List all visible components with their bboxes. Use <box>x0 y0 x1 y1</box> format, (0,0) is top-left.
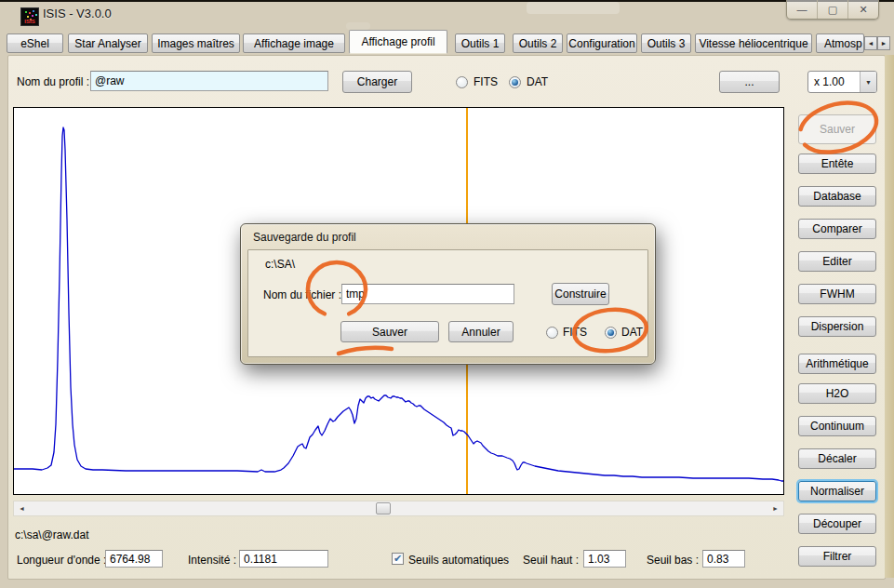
tab-scroll-right-button[interactable]: ► <box>877 36 890 50</box>
dat-radio[interactable] <box>509 76 521 88</box>
continuum-button[interactable]: Continuum <box>798 416 876 436</box>
restore-icon: ▢ <box>828 4 837 16</box>
tab-affichage-image[interactable]: Affichage image <box>243 33 345 53</box>
tab-affichage-profil[interactable]: Affichage profil <box>349 30 447 54</box>
dropdown-arrow-glyph: ▼ <box>865 79 872 86</box>
high-threshold-field[interactable] <box>583 550 626 568</box>
dialog-fits-label: FITS <box>563 326 587 339</box>
chevron-down-icon[interactable]: ▼ <box>860 72 876 92</box>
browse-button[interactable]: ... <box>719 71 780 93</box>
tab-eshel[interactable]: eShel <box>7 33 63 53</box>
dialog-dat-radio[interactable] <box>605 327 617 339</box>
fits-radio-label: FITS <box>474 75 498 88</box>
low-threshold-label: Seuil bas : <box>647 554 699 567</box>
dialog-folder-path: c:\SA\ <box>265 258 295 271</box>
restore-button[interactable]: ▢ <box>818 0 848 19</box>
close-button[interactable]: ✕ <box>848 0 878 19</box>
header-button[interactable]: Entête <box>798 154 876 174</box>
minimize-button[interactable]: — <box>787 0 818 19</box>
zoom-select[interactable]: x 1.00 ▼ <box>807 71 877 93</box>
auto-thresholds-checkbox[interactable]: ✔ <box>392 553 404 565</box>
intensity-label: Intensité : <box>188 554 236 567</box>
app-icon-label: ISIS <box>21 19 38 25</box>
dispersion-button[interactable]: Dispersion <box>798 316 876 337</box>
high-threshold-label: Seuil haut : <box>523 554 579 567</box>
window-controls: — ▢ ✕ <box>786 0 879 20</box>
dat-radio-label: DAT <box>527 75 548 88</box>
auto-thresholds-label: Seuils automatiques <box>408 554 509 567</box>
arrow-left-icon: ◄ <box>868 40 874 47</box>
dialog-build-button[interactable]: Construire <box>552 283 609 305</box>
window-right-frame <box>885 55 894 578</box>
tab-configuration[interactable]: Configuration <box>567 33 637 53</box>
tab-star-analyser[interactable]: Star Analyser <box>68 33 148 53</box>
dialog-title: Sauvegarde du profil <box>253 231 356 244</box>
save-button[interactable]: Sauver <box>798 114 876 144</box>
check-icon: ✔ <box>394 554 402 563</box>
load-button[interactable]: Charger <box>342 71 412 93</box>
save-profile-dialog: Sauvegarde du profil c:\SA\ Nom du fichi… <box>240 223 656 365</box>
arithmetic-button[interactable]: Arithmétique <box>798 354 876 374</box>
fits-radio[interactable] <box>456 76 468 88</box>
window-title: ISIS - V3.0.0 <box>43 7 112 20</box>
dialog-fits-radio[interactable] <box>546 327 558 339</box>
glass-glare <box>527 2 620 14</box>
h2o-button[interactable]: H2O <box>798 383 876 404</box>
profile-name-input[interactable] <box>90 71 328 91</box>
shift-button[interactable]: Décaler <box>798 448 876 469</box>
scrollbar-left-button[interactable]: ◄ <box>14 501 30 515</box>
dialog-cancel-button[interactable]: Annuler <box>448 321 514 342</box>
database-button[interactable]: Database <box>798 186 876 207</box>
app-icon: ISIS <box>20 7 39 26</box>
intensity-field[interactable] <box>239 550 328 568</box>
chart-horizontal-scrollbar[interactable]: ◄ ► <box>13 501 784 516</box>
zoom-select-value: x 1.00 <box>808 75 860 88</box>
low-threshold-field[interactable] <box>702 550 745 568</box>
scrollbar-right-button[interactable]: ► <box>767 501 783 515</box>
arrow-right-icon: ► <box>881 40 887 47</box>
dialog-filename-input[interactable] <box>341 284 514 304</box>
minimize-icon: — <box>797 4 807 15</box>
app-icon-stars <box>25 11 27 13</box>
filter-button[interactable]: Filtrer <box>798 546 876 567</box>
tab-vitesse-heliocentrique[interactable]: Vitesse héliocentrique <box>695 33 812 53</box>
scroll-right-icon: ► <box>772 505 779 512</box>
tab-outils-3[interactable]: Outils 3 <box>641 33 691 53</box>
titlebar[interactable]: ISIS ISIS - V3.0.0 <box>0 2 894 28</box>
normalize-button[interactable]: Normaliser <box>798 481 876 501</box>
edit-button[interactable]: Editer <box>798 251 876 272</box>
dialog-filename-label: Nom du fichier : <box>263 288 341 301</box>
compare-button[interactable]: Comparer <box>798 219 876 239</box>
scrollbar-thumb[interactable] <box>376 502 391 514</box>
current-file-path: c:\sa\@raw.dat <box>15 528 89 541</box>
tab-atmosphere[interactable]: Atmosp <box>816 33 864 53</box>
isis-window: ISIS ISIS - V3.0.0 — ▢ ✕ eShel Star Anal… <box>0 0 894 588</box>
scroll-left-icon: ◄ <box>19 505 25 512</box>
dialog-save-button[interactable]: Sauver <box>340 321 439 342</box>
dialog-dat-label: DAT <box>621 326 643 339</box>
fwhm-button[interactable]: FWHM <box>798 284 876 304</box>
wavelength-label: Longueur d'onde : <box>17 554 106 567</box>
tab-outils-1[interactable]: Outils 1 <box>455 33 505 53</box>
glass-glare <box>346 22 370 30</box>
wavelength-field[interactable] <box>105 550 163 568</box>
close-icon: ✕ <box>859 4 867 16</box>
tab-scroll-left-button[interactable]: ◄ <box>864 36 877 50</box>
tab-outils-2[interactable]: Outils 2 <box>513 33 563 53</box>
crop-button[interactable]: Découper <box>798 514 876 534</box>
profile-name-label: Nom du profil : <box>17 75 89 88</box>
tab-images-maitres[interactable]: Images maîtres <box>152 33 240 53</box>
